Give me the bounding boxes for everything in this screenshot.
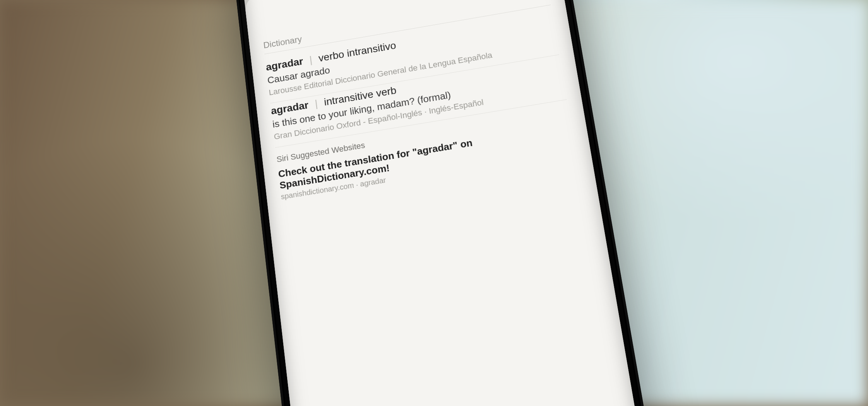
dictionary-section: Dictionary agradar | verbo intransitivo … bbox=[249, 0, 591, 203]
separator: | bbox=[310, 97, 322, 110]
separator: | bbox=[305, 53, 316, 66]
photo-scene: 09:41 What is the difference between the… bbox=[0, 0, 868, 406]
